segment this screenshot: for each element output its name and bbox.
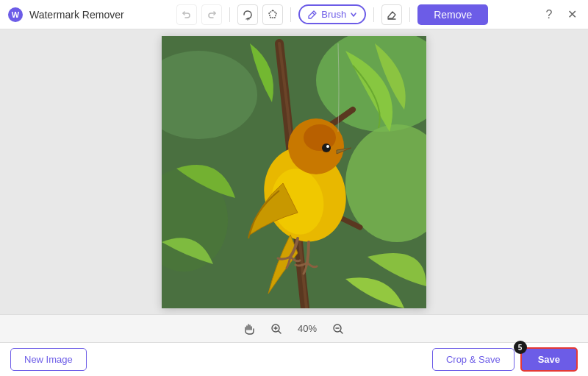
hand-tool-button[interactable] [241, 320, 259, 338]
crop-save-button[interactable]: Crop & Save [432, 348, 514, 371]
brush-tool-button[interactable]: Brush [298, 4, 366, 24]
remove-button[interactable]: Remove [417, 4, 488, 25]
redo-icon [207, 10, 217, 20]
footer: New Image Crop & Save 5 Save [0, 342, 588, 376]
erase-tool-button[interactable] [381, 4, 402, 25]
title-bar-left: W Watermark Remover [7, 7, 124, 23]
footer-right: Crop & Save 5 Save [432, 347, 578, 372]
app-logo-icon: W [7, 7, 24, 23]
undo-icon [182, 10, 192, 20]
zoom-out-icon [332, 323, 344, 335]
save-button[interactable]: Save [520, 347, 578, 372]
save-button-wrapper: 5 Save [520, 347, 578, 372]
polygon-icon [267, 9, 279, 21]
redo-button[interactable] [201, 4, 222, 25]
zoom-level: 40% [294, 323, 320, 334]
image-container [162, 36, 426, 308]
canvas-area [0, 29, 588, 314]
svg-point-12 [326, 145, 329, 148]
hand-icon [243, 322, 257, 336]
title-bar: W Watermark Remover [0, 0, 588, 29]
brush-icon [307, 10, 318, 20]
undo-button[interactable] [176, 4, 197, 25]
brush-label: Brush [321, 9, 346, 20]
main-image [162, 36, 426, 308]
separator-4 [409, 7, 410, 22]
eraser-icon [386, 9, 398, 21]
bird-illustration [162, 36, 426, 308]
separator-2 [290, 7, 291, 22]
separator-1 [229, 7, 230, 22]
lasso-tool-button[interactable] [237, 4, 258, 25]
toolbar: Brush Remove [176, 4, 488, 25]
zoom-toolbar: 40% [0, 314, 588, 342]
svg-point-11 [322, 143, 331, 152]
zoom-in-button[interactable] [268, 320, 285, 338]
close-button[interactable]: ✕ [564, 7, 581, 23]
step-badge: 5 [514, 341, 527, 354]
help-icon: ? [546, 8, 553, 21]
svg-point-10 [304, 124, 336, 151]
zoom-in-icon [270, 323, 282, 335]
zoom-out-button[interactable] [329, 320, 347, 338]
help-button[interactable]: ? [541, 7, 557, 23]
polygon-tool-button[interactable] [262, 4, 283, 25]
app-title: Watermark Remover [29, 9, 124, 21]
close-icon: ✕ [567, 7, 577, 21]
new-image-button[interactable]: New Image [10, 348, 87, 371]
lasso-icon [242, 9, 254, 21]
svg-text:W: W [12, 10, 20, 19]
chevron-down-icon [350, 11, 357, 18]
separator-3 [373, 7, 374, 22]
title-bar-right: ? ✕ [541, 7, 581, 23]
